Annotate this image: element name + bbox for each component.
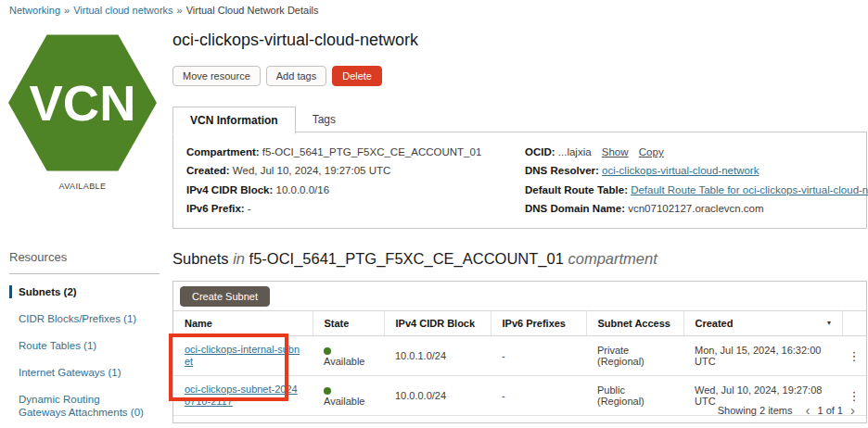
table-row: oci-clickops-internal-subnet Available 1… xyxy=(173,336,866,376)
created-field: Created: Wed, Jul 10, 2024, 19:27:05 UTC xyxy=(186,164,516,177)
col-header-state[interactable]: State xyxy=(313,311,384,336)
table-footer: Showing 2 items ‹ 1 of 1 › xyxy=(173,397,866,422)
col-header-actions xyxy=(842,311,866,336)
tab-vcn-information[interactable]: VCN Information xyxy=(172,107,296,134)
table-header-row: Name State IPv4 CIDR Block IPv6 Prefixes… xyxy=(173,311,866,336)
dns-resolver-link[interactable]: oci-clickops-virtual-cloud-network xyxy=(602,165,759,176)
subnets-card: Create Subnet Name State IPv4 CIDR Block… xyxy=(172,281,867,423)
col-header-created[interactable]: Created▼ xyxy=(683,311,842,336)
ocid-field: OCID: ...lajxia Show Copy xyxy=(525,145,868,158)
row-actions-kebab-icon[interactable]: ⋮ xyxy=(842,336,866,376)
breadcrumb-current: Virtual Cloud Network Details xyxy=(186,5,319,16)
compartment-field: Compartment: f5-OCI_5641_PTG_F5XC_CE_ACC… xyxy=(186,145,516,158)
ocid-show-link[interactable]: Show xyxy=(602,146,629,157)
subnets-heading: Subnets in f5-OCI_5641_PTG_F5XC_CE_ACCOU… xyxy=(172,250,657,268)
subnets-toolbar: Create Subnet xyxy=(173,282,866,310)
move-resource-button[interactable]: Move resource xyxy=(172,66,261,86)
create-subnet-button[interactable]: Create Subnet xyxy=(180,286,270,307)
delete-button[interactable]: Delete xyxy=(332,66,382,86)
available-status-dot-icon xyxy=(324,387,331,395)
sidebar: VCN AVAILABLE Resources Subnets (2) CIDR… xyxy=(0,0,167,428)
sort-caret-icon[interactable]: ▼ xyxy=(826,320,833,326)
available-status-dot-icon xyxy=(324,347,331,355)
page-indicator: 1 of 1 xyxy=(817,405,843,416)
resources-title: Resources xyxy=(9,250,160,274)
next-page-icon[interactable]: › xyxy=(850,403,855,417)
breadcrumb-separator: » xyxy=(177,5,183,16)
tab-tags[interactable]: Tags xyxy=(296,107,352,134)
detail-tabs: VCN Information Tags xyxy=(172,107,352,134)
add-tags-button[interactable]: Add tags xyxy=(266,66,326,86)
sidebar-item-route-tables[interactable]: Route Tables (1) xyxy=(9,339,160,352)
status-badge: AVAILABLE xyxy=(8,182,157,191)
sidebar-item-cidr-blocks[interactable]: CIDR Blocks/Prefixes (1) xyxy=(9,312,160,325)
svg-text:VCN: VCN xyxy=(30,75,136,132)
default-route-table-field: Default Route Table: Default Route Table… xyxy=(525,183,868,196)
col-header-ipv4[interactable]: IPv4 CIDR Block xyxy=(384,311,491,336)
subnet-link-internal[interactable]: oci-clickops-internal-subnet xyxy=(185,344,301,368)
sidebar-item-drg-attachments[interactable]: Dynamic Routing Gateways Attachments (0) xyxy=(9,393,148,419)
ipv4-cidr-field: IPv4 CIDR Block: 10.0.0.0/16 xyxy=(186,183,516,196)
ipv6-prefix-field: IPv6 Prefix: - xyxy=(186,202,516,215)
vcn-hexagon-icon: VCN xyxy=(8,29,157,177)
vcn-information-panel: Compartment: f5-OCI_5641_PTG_F5XC_CE_ACC… xyxy=(172,132,867,229)
default-route-table-link[interactable]: Default Route Table for oci-clickops-vir… xyxy=(631,184,868,195)
resources-panel: Resources Subnets (2) CIDR Blocks/Prefix… xyxy=(9,250,160,428)
pagination: ‹ 1 of 1 › xyxy=(805,403,855,417)
sidebar-item-internet-gateways[interactable]: Internet Gateways (1) xyxy=(9,366,160,379)
col-header-ipv6[interactable]: IPv6 Prefixes xyxy=(491,311,586,336)
dns-domain-field: DNS Domain Name: vcn07102127.oraclevcn.c… xyxy=(525,202,868,215)
page-title: oci-clickops-virtual-cloud-network xyxy=(172,31,418,50)
previous-page-icon[interactable]: ‹ xyxy=(805,403,810,417)
sidebar-item-subnets[interactable]: Subnets (2) xyxy=(9,285,160,298)
dns-resolver-field: DNS Resolver: oci-clickops-virtual-cloud… xyxy=(525,164,868,177)
col-header-name[interactable]: Name xyxy=(173,311,313,336)
col-header-access[interactable]: Subnet Access xyxy=(586,311,683,336)
action-buttons: Move resource Add tags Delete xyxy=(172,66,382,86)
ocid-copy-link[interactable]: Copy xyxy=(639,146,664,157)
showing-items-label: Showing 2 items xyxy=(718,405,793,416)
